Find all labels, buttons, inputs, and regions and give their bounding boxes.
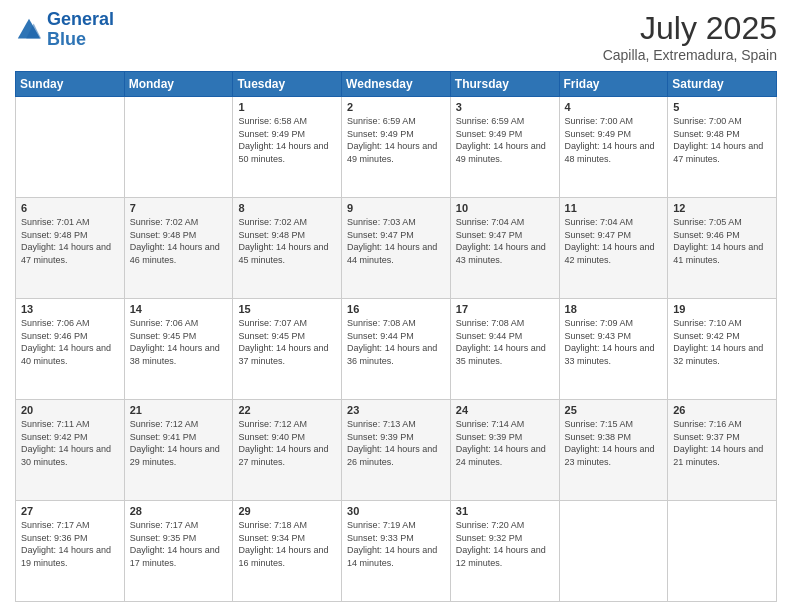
calendar-cell: 25Sunrise: 7:15 AM Sunset: 9:38 PM Dayli… bbox=[559, 400, 668, 501]
calendar-cell: 21Sunrise: 7:12 AM Sunset: 9:41 PM Dayli… bbox=[124, 400, 233, 501]
cell-content: Sunrise: 7:01 AM Sunset: 9:48 PM Dayligh… bbox=[21, 216, 119, 266]
calendar-header-row: SundayMondayTuesdayWednesdayThursdayFrid… bbox=[16, 72, 777, 97]
calendar-cell: 29Sunrise: 7:18 AM Sunset: 9:34 PM Dayli… bbox=[233, 501, 342, 602]
calendar-cell: 19Sunrise: 7:10 AM Sunset: 9:42 PM Dayli… bbox=[668, 299, 777, 400]
cell-content: Sunrise: 7:05 AM Sunset: 9:46 PM Dayligh… bbox=[673, 216, 771, 266]
calendar-week-row: 20Sunrise: 7:11 AM Sunset: 9:42 PM Dayli… bbox=[16, 400, 777, 501]
calendar-cell: 4Sunrise: 7:00 AM Sunset: 9:49 PM Daylig… bbox=[559, 97, 668, 198]
logo-line2: Blue bbox=[47, 29, 86, 49]
calendar-week-row: 13Sunrise: 7:06 AM Sunset: 9:46 PM Dayli… bbox=[16, 299, 777, 400]
cell-content: Sunrise: 7:15 AM Sunset: 9:38 PM Dayligh… bbox=[565, 418, 663, 468]
cell-content: Sunrise: 6:59 AM Sunset: 9:49 PM Dayligh… bbox=[347, 115, 445, 165]
calendar-cell bbox=[559, 501, 668, 602]
day-number: 16 bbox=[347, 303, 445, 315]
day-header-saturday: Saturday bbox=[668, 72, 777, 97]
month-title: July 2025 bbox=[603, 10, 777, 47]
cell-content: Sunrise: 7:12 AM Sunset: 9:40 PM Dayligh… bbox=[238, 418, 336, 468]
day-number: 15 bbox=[238, 303, 336, 315]
day-number: 31 bbox=[456, 505, 554, 517]
calendar-cell: 18Sunrise: 7:09 AM Sunset: 9:43 PM Dayli… bbox=[559, 299, 668, 400]
cell-content: Sunrise: 7:18 AM Sunset: 9:34 PM Dayligh… bbox=[238, 519, 336, 569]
cell-content: Sunrise: 7:19 AM Sunset: 9:33 PM Dayligh… bbox=[347, 519, 445, 569]
calendar-cell bbox=[668, 501, 777, 602]
cell-content: Sunrise: 7:12 AM Sunset: 9:41 PM Dayligh… bbox=[130, 418, 228, 468]
title-block: July 2025 Capilla, Extremadura, Spain bbox=[603, 10, 777, 63]
calendar-table: SundayMondayTuesdayWednesdayThursdayFrid… bbox=[15, 71, 777, 602]
calendar-cell bbox=[124, 97, 233, 198]
day-number: 6 bbox=[21, 202, 119, 214]
calendar-cell: 7Sunrise: 7:02 AM Sunset: 9:48 PM Daylig… bbox=[124, 198, 233, 299]
cell-content: Sunrise: 7:17 AM Sunset: 9:36 PM Dayligh… bbox=[21, 519, 119, 569]
day-number: 13 bbox=[21, 303, 119, 315]
calendar-cell: 30Sunrise: 7:19 AM Sunset: 9:33 PM Dayli… bbox=[342, 501, 451, 602]
day-number: 27 bbox=[21, 505, 119, 517]
cell-content: Sunrise: 6:59 AM Sunset: 9:49 PM Dayligh… bbox=[456, 115, 554, 165]
calendar-cell: 16Sunrise: 7:08 AM Sunset: 9:44 PM Dayli… bbox=[342, 299, 451, 400]
cell-content: Sunrise: 7:06 AM Sunset: 9:45 PM Dayligh… bbox=[130, 317, 228, 367]
calendar-cell: 27Sunrise: 7:17 AM Sunset: 9:36 PM Dayli… bbox=[16, 501, 125, 602]
cell-content: Sunrise: 7:20 AM Sunset: 9:32 PM Dayligh… bbox=[456, 519, 554, 569]
day-number: 24 bbox=[456, 404, 554, 416]
calendar-cell: 26Sunrise: 7:16 AM Sunset: 9:37 PM Dayli… bbox=[668, 400, 777, 501]
calendar-cell: 23Sunrise: 7:13 AM Sunset: 9:39 PM Dayli… bbox=[342, 400, 451, 501]
calendar-cell: 22Sunrise: 7:12 AM Sunset: 9:40 PM Dayli… bbox=[233, 400, 342, 501]
day-number: 29 bbox=[238, 505, 336, 517]
day-header-thursday: Thursday bbox=[450, 72, 559, 97]
day-number: 17 bbox=[456, 303, 554, 315]
calendar-cell: 31Sunrise: 7:20 AM Sunset: 9:32 PM Dayli… bbox=[450, 501, 559, 602]
calendar-week-row: 27Sunrise: 7:17 AM Sunset: 9:36 PM Dayli… bbox=[16, 501, 777, 602]
calendar-cell: 10Sunrise: 7:04 AM Sunset: 9:47 PM Dayli… bbox=[450, 198, 559, 299]
calendar-week-row: 1Sunrise: 6:58 AM Sunset: 9:49 PM Daylig… bbox=[16, 97, 777, 198]
day-header-sunday: Sunday bbox=[16, 72, 125, 97]
day-header-tuesday: Tuesday bbox=[233, 72, 342, 97]
day-number: 19 bbox=[673, 303, 771, 315]
calendar-cell: 11Sunrise: 7:04 AM Sunset: 9:47 PM Dayli… bbox=[559, 198, 668, 299]
calendar-cell: 6Sunrise: 7:01 AM Sunset: 9:48 PM Daylig… bbox=[16, 198, 125, 299]
cell-content: Sunrise: 7:03 AM Sunset: 9:47 PM Dayligh… bbox=[347, 216, 445, 266]
cell-content: Sunrise: 7:04 AM Sunset: 9:47 PM Dayligh… bbox=[456, 216, 554, 266]
cell-content: Sunrise: 7:13 AM Sunset: 9:39 PM Dayligh… bbox=[347, 418, 445, 468]
cell-content: Sunrise: 7:09 AM Sunset: 9:43 PM Dayligh… bbox=[565, 317, 663, 367]
cell-content: Sunrise: 7:10 AM Sunset: 9:42 PM Dayligh… bbox=[673, 317, 771, 367]
calendar-cell: 20Sunrise: 7:11 AM Sunset: 9:42 PM Dayli… bbox=[16, 400, 125, 501]
calendar-cell: 13Sunrise: 7:06 AM Sunset: 9:46 PM Dayli… bbox=[16, 299, 125, 400]
day-header-wednesday: Wednesday bbox=[342, 72, 451, 97]
calendar-cell: 12Sunrise: 7:05 AM Sunset: 9:46 PM Dayli… bbox=[668, 198, 777, 299]
calendar-cell: 14Sunrise: 7:06 AM Sunset: 9:45 PM Dayli… bbox=[124, 299, 233, 400]
calendar-cell: 1Sunrise: 6:58 AM Sunset: 9:49 PM Daylig… bbox=[233, 97, 342, 198]
day-number: 12 bbox=[673, 202, 771, 214]
cell-content: Sunrise: 7:14 AM Sunset: 9:39 PM Dayligh… bbox=[456, 418, 554, 468]
day-header-monday: Monday bbox=[124, 72, 233, 97]
calendar-cell: 3Sunrise: 6:59 AM Sunset: 9:49 PM Daylig… bbox=[450, 97, 559, 198]
day-number: 1 bbox=[238, 101, 336, 113]
calendar-cell: 28Sunrise: 7:17 AM Sunset: 9:35 PM Dayli… bbox=[124, 501, 233, 602]
day-number: 3 bbox=[456, 101, 554, 113]
cell-content: Sunrise: 7:17 AM Sunset: 9:35 PM Dayligh… bbox=[130, 519, 228, 569]
cell-content: Sunrise: 7:07 AM Sunset: 9:45 PM Dayligh… bbox=[238, 317, 336, 367]
day-number: 26 bbox=[673, 404, 771, 416]
day-number: 18 bbox=[565, 303, 663, 315]
cell-content: Sunrise: 7:00 AM Sunset: 9:48 PM Dayligh… bbox=[673, 115, 771, 165]
logo-line1: General bbox=[47, 9, 114, 29]
cell-content: Sunrise: 7:11 AM Sunset: 9:42 PM Dayligh… bbox=[21, 418, 119, 468]
calendar-cell: 9Sunrise: 7:03 AM Sunset: 9:47 PM Daylig… bbox=[342, 198, 451, 299]
calendar-cell: 17Sunrise: 7:08 AM Sunset: 9:44 PM Dayli… bbox=[450, 299, 559, 400]
logo: General Blue bbox=[15, 10, 114, 50]
cell-content: Sunrise: 7:00 AM Sunset: 9:49 PM Dayligh… bbox=[565, 115, 663, 165]
day-number: 22 bbox=[238, 404, 336, 416]
location: Capilla, Extremadura, Spain bbox=[603, 47, 777, 63]
day-number: 9 bbox=[347, 202, 445, 214]
calendar-cell: 2Sunrise: 6:59 AM Sunset: 9:49 PM Daylig… bbox=[342, 97, 451, 198]
day-number: 2 bbox=[347, 101, 445, 113]
day-number: 10 bbox=[456, 202, 554, 214]
cell-content: Sunrise: 7:04 AM Sunset: 9:47 PM Dayligh… bbox=[565, 216, 663, 266]
cell-content: Sunrise: 7:08 AM Sunset: 9:44 PM Dayligh… bbox=[347, 317, 445, 367]
calendar-cell: 5Sunrise: 7:00 AM Sunset: 9:48 PM Daylig… bbox=[668, 97, 777, 198]
day-number: 4 bbox=[565, 101, 663, 113]
day-number: 30 bbox=[347, 505, 445, 517]
day-number: 21 bbox=[130, 404, 228, 416]
cell-content: Sunrise: 7:06 AM Sunset: 9:46 PM Dayligh… bbox=[21, 317, 119, 367]
cell-content: Sunrise: 7:16 AM Sunset: 9:37 PM Dayligh… bbox=[673, 418, 771, 468]
day-number: 14 bbox=[130, 303, 228, 315]
day-number: 28 bbox=[130, 505, 228, 517]
